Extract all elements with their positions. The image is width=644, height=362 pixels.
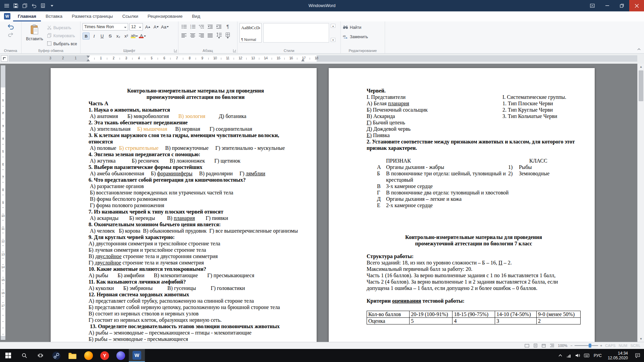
style-gallery[interactable] bbox=[263, 23, 329, 43]
zoom-in-button[interactable]: + bbox=[600, 344, 602, 348]
action-center-icon[interactable] bbox=[631, 349, 644, 362]
system-tray: РУС 14:34 12.05.2020 bbox=[556, 349, 644, 362]
save-icon[interactable] bbox=[12, 2, 20, 10]
browser-sphere-icon[interactable] bbox=[113, 349, 129, 362]
undo-icon[interactable] bbox=[30, 2, 38, 10]
language-indicator[interactable]: РУС bbox=[591, 353, 604, 358]
change-case-button[interactable]: Аа bbox=[161, 23, 169, 31]
select-all-button[interactable]: Выбрать все bbox=[47, 41, 77, 47]
font-color-button[interactable]: A bbox=[139, 33, 146, 40]
style-normal-tile[interactable]: AaBbCcDd ¶ Normal bbox=[239, 23, 262, 43]
word-app-icon[interactable]: W bbox=[4, 13, 10, 19]
paste-button[interactable]: Вставить bbox=[23, 23, 46, 48]
windowsword-taskbar-icon[interactable]: W bbox=[129, 349, 145, 362]
minimize-button[interactable] bbox=[600, 0, 614, 11]
start-button[interactable] bbox=[0, 349, 16, 362]
tab-review[interactable]: Рецензирование bbox=[143, 11, 187, 21]
firefox-icon[interactable] bbox=[80, 349, 97, 362]
text-run: А) разрастание органов bbox=[89, 183, 144, 189]
criteria-cell: 9-0 (менее 50%) bbox=[537, 311, 581, 318]
zoom-slider-thumb[interactable] bbox=[589, 344, 591, 348]
tab-page-layout[interactable]: Разметка страницы bbox=[67, 11, 117, 21]
scroll-up-icon[interactable]: ▲ bbox=[638, 64, 644, 70]
document-page-2[interactable]: Червей.I. ПредставителиI. Систематически… bbox=[329, 68, 595, 342]
underline-button[interactable]: U bbox=[99, 33, 106, 40]
yandex-browser-icon[interactable]: Y bbox=[97, 349, 113, 362]
collapse-ribbon-icon[interactable] bbox=[637, 46, 641, 51]
doc-line: А) аскариды Б) нереиды В) планария Г) пи… bbox=[89, 215, 303, 221]
decrease-indent-button[interactable] bbox=[207, 23, 214, 30]
tab-references[interactable]: Ссылки bbox=[118, 11, 143, 21]
print-preview-icon[interactable] bbox=[39, 2, 47, 10]
tab-stop-selector[interactable] bbox=[1, 55, 8, 62]
tab-home[interactable]: Главная bbox=[13, 11, 41, 21]
toolbar-options-caret-icon[interactable] bbox=[48, 2, 56, 10]
keyboard-icon[interactable] bbox=[582, 349, 591, 362]
vertical-ruler[interactable]: 1234567891011121314151617 bbox=[1, 65, 5, 340]
document-page-1[interactable]: Контрольно-измерительные материалы для п… bbox=[51, 68, 317, 342]
zoom-out-button[interactable]: − bbox=[570, 344, 572, 348]
align-right-button[interactable] bbox=[198, 32, 205, 39]
scroll-down-icon[interactable]: ▼ bbox=[638, 336, 644, 342]
find-button[interactable]: Найти bbox=[343, 24, 383, 31]
scrollbar-thumb[interactable] bbox=[639, 70, 643, 101]
steam-icon[interactable] bbox=[48, 349, 64, 362]
font-dialog-launcher-icon[interactable] bbox=[174, 49, 177, 52]
bullet-list-button[interactable] bbox=[180, 23, 188, 30]
tab-insert[interactable]: Вставка bbox=[41, 11, 67, 21]
paragraph-dialog-launcher-icon[interactable] bbox=[233, 49, 236, 52]
undo-big-icon[interactable] bbox=[7, 24, 14, 31]
superscript-button[interactable]: x² bbox=[123, 33, 130, 40]
view-print-layout-icon[interactable] bbox=[533, 343, 538, 348]
doc-line: Структура работы: bbox=[367, 253, 581, 259]
highlight-color-button[interactable]: ab bbox=[131, 33, 138, 40]
bold-button[interactable]: B bbox=[83, 33, 90, 40]
redo-icon[interactable] bbox=[8, 33, 13, 38]
borders-shading-button[interactable] bbox=[224, 32, 231, 39]
pilcrow-button[interactable]: ¶ bbox=[224, 23, 231, 30]
increase-indent-button[interactable] bbox=[215, 23, 223, 30]
align-left-button[interactable] bbox=[180, 32, 188, 39]
styles-scroll-up-icon[interactable]: ▲ bbox=[331, 24, 335, 28]
numbered-list-button[interactable]: 123 bbox=[189, 23, 197, 30]
view-outline-icon[interactable] bbox=[549, 343, 555, 348]
menu-icon[interactable] bbox=[3, 2, 11, 10]
font-size-combo[interactable]: 12 bbox=[129, 23, 143, 31]
hanging-indent-marker[interactable] bbox=[87, 59, 90, 61]
align-justify-button[interactable] bbox=[207, 32, 214, 39]
first-line-indent-marker[interactable] bbox=[87, 56, 90, 58]
text-run: Б) мышечная bbox=[137, 126, 167, 132]
text-run: Всего заданий: 18, из них по уровню слож… bbox=[367, 260, 498, 265]
ribbon-display-options-icon[interactable] bbox=[585, 0, 600, 11]
cut-button[interactable]: Вырезать bbox=[47, 24, 77, 31]
line-spacing-button[interactable] bbox=[215, 32, 223, 39]
volume-icon[interactable] bbox=[574, 349, 582, 362]
file-explorer-icon[interactable] bbox=[64, 349, 80, 362]
strikethrough-button[interactable]: S bbox=[107, 33, 114, 40]
hidden-icons-chevron-icon[interactable] bbox=[556, 349, 565, 362]
grow-font-button[interactable]: А bbox=[144, 23, 151, 31]
view-web-layout-icon[interactable] bbox=[541, 343, 546, 348]
save-all-icon[interactable] bbox=[21, 2, 29, 10]
horizontal-ruler[interactable]: 321123456789101112131415161718 bbox=[9, 55, 637, 62]
taskbar-clock[interactable]: 14:34 12.05.2020 bbox=[604, 351, 631, 360]
network-icon[interactable] bbox=[565, 349, 574, 362]
maximize-button[interactable] bbox=[614, 0, 629, 11]
align-center-button[interactable] bbox=[189, 32, 197, 39]
task-view-icon[interactable] bbox=[32, 349, 48, 362]
close-button[interactable] bbox=[629, 0, 644, 11]
tab-view[interactable]: Вид bbox=[187, 11, 205, 21]
copy-button[interactable]: Копировать bbox=[47, 33, 77, 39]
doc-line: 10. Какие животные являются теплокровным… bbox=[89, 266, 303, 272]
search-icon[interactable] bbox=[16, 349, 32, 362]
replace-button[interactable]: ab Заменить bbox=[343, 34, 383, 40]
multilevel-list-button[interactable] bbox=[198, 23, 205, 30]
vertical-scrollbar[interactable]: ▲ ▼ bbox=[637, 64, 644, 342]
view-read-mode-icon[interactable] bbox=[524, 343, 530, 348]
shrink-font-button[interactable]: А bbox=[153, 23, 160, 31]
subscript-button[interactable]: x₂ bbox=[115, 33, 122, 40]
zoom-slider[interactable] bbox=[575, 343, 598, 348]
font-family-combo[interactable]: Times New Ron bbox=[83, 23, 128, 31]
italic-button[interactable]: I bbox=[91, 33, 98, 40]
styles-scroll-down-icon[interactable]: ▼ bbox=[331, 38, 335, 42]
